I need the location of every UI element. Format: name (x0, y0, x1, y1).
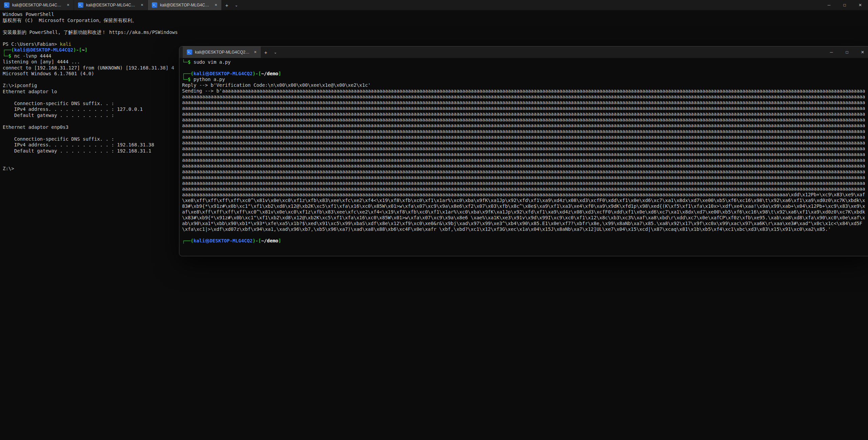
terminal-line: Sending --> b'aaaaaaaaaaaaaaaaaaaaaaaaaa… (182, 88, 868, 232)
tab-kali-1[interactable]: >_ kali@DESKTOP-MLG4CQ2: ~ ✕ (0, 0, 74, 10)
tab-dropdown-button[interactable]: ⌄ (232, 0, 241, 10)
terminal-line (3, 23, 865, 29)
terminal-window-overlay: >_ kali@DESKTOP-MLG4CQ2: ~/ ✕ + ⌄ ─ □ ✕ … (179, 46, 868, 256)
terminal-profile-icon: >_ (152, 2, 157, 8)
terminal-line: Reply --> b'Verification Code:\n\x00\x00… (182, 82, 868, 88)
tab-title: kali@DESKTOP-MLG4CQ2: ~ (86, 3, 137, 7)
minimize-button[interactable]: ─ (821, 0, 837, 10)
terminal-line (182, 232, 868, 238)
terminal-line: 安装最新的 PowerShell, 了解新功能和改进！ https://aka.… (3, 29, 865, 36)
terminal-profile-icon: >_ (187, 49, 192, 55)
tab-close-icon[interactable]: ✕ (65, 2, 71, 8)
terminal-line (182, 65, 868, 71)
terminal-line: ┌──(kali㉿DESKTOP-MLG4CQ2)-[~/demo] (182, 238, 868, 244)
minimize-button[interactable]: ─ (824, 46, 839, 58)
terminal-profile-icon: >_ (4, 2, 9, 8)
terminal-line: └─$ sudo vim a.py (182, 59, 868, 65)
kali-terminal-content[interactable]: └─$ sudo vim a.py ┌──(kali㉿DESKTOP-MLG4C… (179, 58, 868, 245)
tab-dropdown-button[interactable]: ⌄ (271, 46, 280, 58)
terminal-line: ┌──(kali㉿DESKTOP-MLG4CQ2)-[~/demo] (182, 71, 868, 77)
terminal-line: 版权所有 (C) Microsoft Corporation。保留所有权利。 (3, 18, 865, 24)
tab-title: kali@DESKTOP-MLG4CQ2: ~ (12, 3, 63, 7)
main-tab-bar: >_ kali@DESKTOP-MLG4CQ2: ~ ✕ >_ kali@DES… (0, 0, 868, 10)
tab-close-icon[interactable]: ✕ (253, 49, 258, 55)
terminal-line: Windows PowerShell (3, 12, 865, 18)
new-tab-button[interactable]: + (222, 0, 232, 10)
close-button[interactable]: ✕ (855, 46, 868, 58)
close-button[interactable]: ✕ (852, 0, 868, 10)
maximize-button[interactable]: □ (837, 0, 852, 10)
tab-kali-3[interactable]: >_ kali@DESKTOP-MLG4CQ2: ~ ✕ (148, 0, 222, 10)
tab-title: kali@DESKTOP-MLG4CQ2: ~/ (195, 50, 250, 55)
tab-title: kali@DESKTOP-MLG4CQ2: ~ (160, 3, 211, 7)
titlebar-drag-region (241, 0, 821, 10)
terminal-line: └─$ python a.py (182, 77, 868, 82)
titlebar-drag-region (280, 46, 824, 58)
terminal-profile-icon: >_ (78, 2, 83, 8)
overlay-tab-bar: >_ kali@DESKTOP-MLG4CQ2: ~/ ✕ + ⌄ ─ □ ✕ (179, 46, 868, 58)
new-tab-button[interactable]: + (261, 46, 271, 58)
terminal-line (3, 35, 865, 41)
maximize-button[interactable]: □ (839, 46, 855, 58)
tab-close-icon[interactable]: ✕ (139, 2, 145, 8)
tab-kali-2[interactable]: >_ kali@DESKTOP-MLG4CQ2: ~ ✕ (74, 0, 148, 10)
overlay-tab-kali[interactable]: >_ kali@DESKTOP-MLG4CQ2: ~/ ✕ (183, 46, 261, 58)
tab-close-icon[interactable]: ✕ (213, 2, 219, 8)
